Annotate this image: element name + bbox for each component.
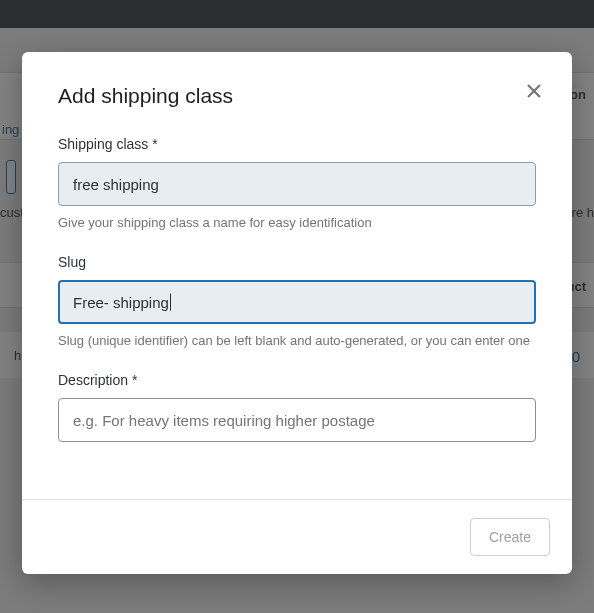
shipping-class-label: Shipping class * [58, 136, 536, 152]
field-description: Description * [58, 372, 536, 442]
slug-help: Slug (unique identifier) can be left bla… [58, 332, 536, 350]
modal-title: Add shipping class [58, 84, 536, 108]
modal-footer: Create [22, 499, 572, 574]
description-label: Description * [58, 372, 536, 388]
create-button[interactable]: Create [470, 518, 550, 556]
description-input[interactable] [58, 398, 536, 442]
field-shipping-class: Shipping class * Give your shipping clas… [58, 136, 536, 232]
slug-label: Slug [58, 254, 536, 270]
add-shipping-class-modal: Add shipping class Shipping class * Give… [22, 52, 572, 574]
close-icon [526, 83, 542, 102]
close-button[interactable] [520, 78, 548, 106]
field-slug: Slug Free- shipping Slug (unique identif… [58, 254, 536, 350]
shipping-class-help: Give your shipping class a name for easy… [58, 214, 536, 232]
slug-input[interactable] [58, 280, 536, 324]
shipping-class-input[interactable] [58, 162, 536, 206]
modal-body: Add shipping class Shipping class * Give… [22, 52, 572, 499]
